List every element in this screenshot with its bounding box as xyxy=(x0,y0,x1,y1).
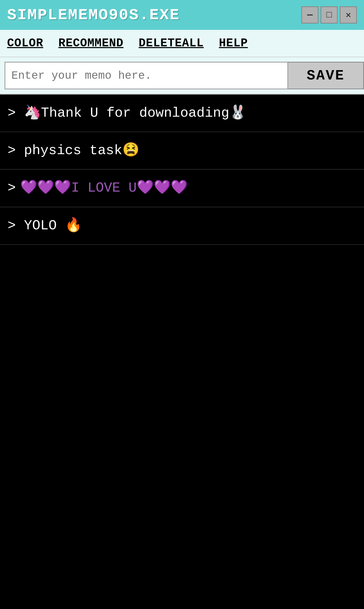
list-item[interactable]: > 💜💜💜I LOVE U💜💜💜 xyxy=(0,170,364,207)
input-area: SAVE xyxy=(0,57,364,95)
menu-bar: COLOR RECOMMEND DELETEALL HELP xyxy=(0,30,364,57)
window-controls: — □ ✕ xyxy=(301,6,357,24)
maximize-button[interactable]: □ xyxy=(321,6,338,24)
menu-item-color[interactable]: COLOR xyxy=(7,37,43,50)
save-button[interactable]: SAVE xyxy=(288,62,364,89)
menu-item-recommend[interactable]: RECOMMEND xyxy=(58,37,123,50)
memo-text: > YOLO 🔥 xyxy=(8,217,82,235)
empty-area xyxy=(0,245,364,549)
memo-arrow: > xyxy=(8,179,16,197)
close-button[interactable]: ✕ xyxy=(340,6,357,24)
memo-list: > 🦄Thank U for downloading🐰 > physics ta… xyxy=(0,95,364,245)
memo-input[interactable] xyxy=(5,62,288,89)
list-item[interactable]: > YOLO 🔥 xyxy=(0,207,364,245)
memo-text: > physics task😫 xyxy=(8,142,139,159)
memo-text: 💜💜💜I LOVE U💜💜💜 xyxy=(20,179,187,197)
title-bar: SIMPLEMEMO90S.EXE — □ ✕ xyxy=(0,0,364,30)
list-item[interactable]: > 🦄Thank U for downloading🐰 xyxy=(0,95,364,132)
minimize-button[interactable]: — xyxy=(301,6,318,24)
memo-text: > 🦄Thank U for downloading🐰 xyxy=(8,104,246,122)
menu-item-help[interactable]: HELP xyxy=(219,37,248,50)
app-title: SIMPLEMEMO90S.EXE xyxy=(7,6,180,24)
menu-item-deleteall[interactable]: DELETEALL xyxy=(139,37,203,50)
list-item[interactable]: > physics task😫 xyxy=(0,132,364,170)
